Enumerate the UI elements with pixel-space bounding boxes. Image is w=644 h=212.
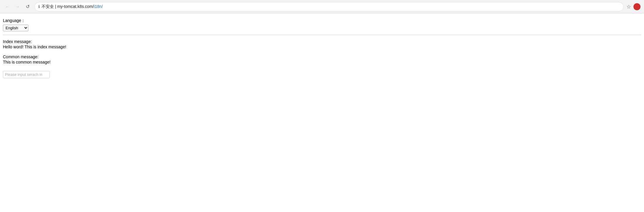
page-content: Language： English Chinese Japanese Index… [0,13,644,81]
forward-button[interactable]: → [13,3,22,11]
url-path: i18n/ [94,4,103,9]
index-message-title: Index message: [3,39,641,44]
language-section: Language： English Chinese Japanese [3,18,641,31]
messages-section: Index message: Hello word! This is index… [3,39,641,78]
url-domain: my-tomcat.k8s.com/ [57,4,94,9]
url-security-label: 不安全 [42,4,54,9]
section-divider [3,35,641,35]
profile-icon[interactable] [633,3,640,10]
toolbar-right: ☆ [626,3,640,10]
index-message-block: Index message: Hello word! This is index… [3,39,641,49]
common-message-title: Common message: [3,54,641,59]
nav-buttons: ← → ↺ [4,3,32,11]
index-message-text: Hello word! This is index message! [3,45,641,49]
language-label: Language： [3,18,641,23]
back-button[interactable]: ← [4,3,12,11]
common-message-text: This is common message! [3,60,641,64]
bookmark-icon[interactable]: ☆ [626,4,631,10]
url-text: 不安全 | my-tomcat.k8s.com/i18n/ [42,4,620,9]
search-input[interactable] [3,71,50,78]
security-icon: ℹ [38,4,40,9]
common-message-block: Common message: This is common message! [3,54,641,64]
reload-button[interactable]: ↺ [23,3,32,11]
language-select[interactable]: English Chinese Japanese [3,25,28,31]
address-bar[interactable]: ℹ 不安全 | my-tomcat.k8s.com/i18n/ [35,2,624,11]
browser-chrome: ← → ↺ ℹ 不安全 | my-tomcat.k8s.com/i18n/ ☆ [0,0,644,13]
